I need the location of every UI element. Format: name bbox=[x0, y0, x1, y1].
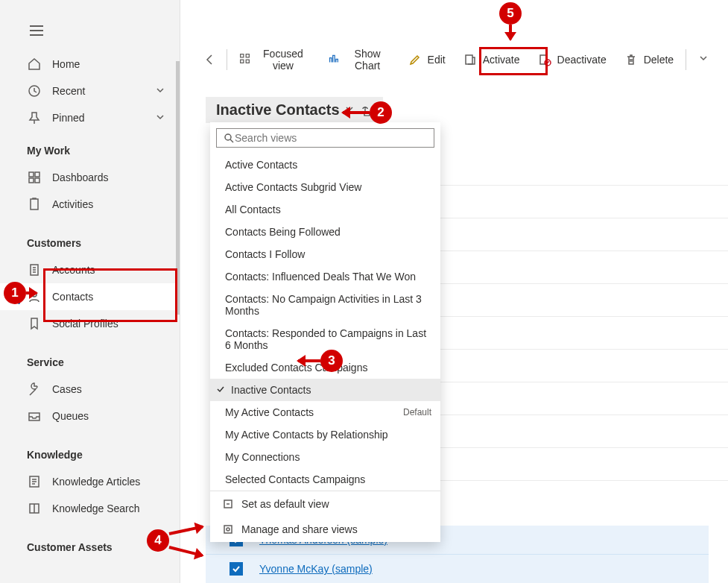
nav-knowledge-search[interactable]: Knowledge Search bbox=[0, 495, 180, 522]
arrow-icon bbox=[343, 111, 370, 114]
nav-label: Home bbox=[52, 58, 80, 70]
cmd-label: Deactivate bbox=[557, 54, 607, 66]
view-option[interactable]: Selected Contacts Campaigns bbox=[210, 468, 440, 491]
article-icon bbox=[27, 474, 42, 489]
svg-rect-12 bbox=[241, 60, 244, 63]
svg-rect-4 bbox=[35, 178, 39, 183]
svg-rect-10 bbox=[241, 54, 244, 57]
svg-rect-3 bbox=[29, 178, 34, 183]
view-title: Inactive Contacts bbox=[216, 101, 340, 119]
view-option[interactable]: Contacts I Follow bbox=[210, 243, 440, 265]
deactivate-button[interactable]: Deactivate bbox=[531, 48, 614, 71]
svg-rect-13 bbox=[246, 60, 249, 63]
nav-label: Dashboards bbox=[52, 171, 109, 183]
callout-1: 1 bbox=[4, 282, 26, 304]
pencil-icon bbox=[408, 53, 422, 66]
nav-home[interactable]: Home bbox=[0, 51, 180, 78]
arrow-icon bbox=[26, 292, 37, 294]
home-icon bbox=[27, 57, 42, 72]
checkbox-checked[interactable] bbox=[230, 562, 243, 576]
contact-link[interactable]: Yvonne McKay (sample) bbox=[259, 563, 373, 575]
callout-3: 3 bbox=[320, 350, 343, 372]
chart-icon bbox=[328, 53, 339, 66]
divider bbox=[686, 49, 686, 70]
arrow-icon bbox=[509, 25, 512, 40]
manage-views[interactable]: Manage and share views bbox=[210, 517, 440, 542]
nav-pinned[interactable]: Pinned bbox=[0, 104, 180, 131]
section-customers: Customers bbox=[0, 218, 180, 256]
nav-dashboards[interactable]: Dashboards bbox=[0, 164, 180, 191]
section-my-work: My Work bbox=[0, 131, 180, 164]
pin-icon bbox=[222, 498, 234, 510]
clock-icon bbox=[27, 83, 42, 98]
view-option[interactable]: My Active ContactsDefault bbox=[210, 401, 440, 423]
nav-accounts[interactable]: Accounts bbox=[0, 256, 180, 283]
svg-rect-19 bbox=[224, 526, 232, 533]
svg-point-17 bbox=[225, 134, 231, 140]
edit-button[interactable]: Edit bbox=[401, 48, 453, 71]
view-dropdown: Active Contacts Active Contacts Subgrid … bbox=[210, 122, 440, 542]
callout-2: 2 bbox=[370, 101, 392, 124]
grid-icon bbox=[239, 53, 250, 66]
focused-view-button[interactable]: Focused view bbox=[232, 43, 317, 76]
svg-rect-2 bbox=[35, 172, 39, 177]
delete-button[interactable]: Delete bbox=[617, 48, 681, 71]
pin-icon bbox=[27, 110, 42, 125]
trash-icon bbox=[624, 53, 638, 66]
hamburger-icon[interactable] bbox=[30, 25, 43, 36]
section-knowledge: Knowledge bbox=[0, 429, 180, 468]
nav-label: Social Profiles bbox=[52, 318, 118, 330]
nav-queues[interactable]: Queues bbox=[0, 403, 180, 429]
table-row[interactable]: Yvonne McKay (sample) bbox=[206, 555, 709, 583]
show-chart-button[interactable]: Show Chart bbox=[320, 43, 398, 76]
set-default-view[interactable]: Set as default view bbox=[210, 491, 440, 517]
default-badge: Default bbox=[403, 407, 431, 417]
nav-activities[interactable]: Activities bbox=[0, 191, 180, 218]
view-option[interactable]: Active Contacts bbox=[210, 154, 440, 176]
view-option[interactable]: My Active Contacts by Relationship bbox=[210, 423, 440, 446]
ghost-lines bbox=[440, 153, 728, 481]
nav-contacts[interactable]: Contacts bbox=[0, 283, 180, 310]
dashboard-icon bbox=[27, 170, 42, 185]
nav-recent[interactable]: Recent bbox=[0, 78, 180, 104]
view-option[interactable]: Active Contacts Subgrid View bbox=[210, 176, 440, 198]
overflow-button[interactable] bbox=[691, 48, 716, 71]
callout-4: 4 bbox=[147, 529, 169, 552]
svg-rect-11 bbox=[246, 54, 249, 57]
view-search-input[interactable] bbox=[235, 132, 428, 144]
nav-label: Activities bbox=[52, 198, 93, 210]
cmd-label: Focused view bbox=[256, 48, 309, 72]
cmd-label: Activate bbox=[483, 54, 520, 66]
arrow-icon bbox=[298, 359, 320, 362]
nav-label: Pinned bbox=[52, 112, 85, 124]
svg-rect-1 bbox=[29, 172, 34, 177]
view-option[interactable]: Contacts: Influenced Deals That We Won bbox=[210, 265, 440, 288]
view-option[interactable]: Contacts: No Campaign Activities in Last… bbox=[210, 288, 440, 322]
nav-label: Contacts bbox=[52, 291, 93, 303]
nav-label: Queues bbox=[52, 410, 89, 422]
nav-social-profiles[interactable]: Social Profiles bbox=[0, 310, 180, 337]
building-icon bbox=[27, 262, 42, 277]
scrollbar[interactable] bbox=[176, 61, 180, 315]
svg-point-20 bbox=[227, 528, 230, 531]
chevron-down-icon bbox=[156, 112, 165, 124]
nav-knowledge-articles[interactable]: Knowledge Articles bbox=[0, 468, 180, 495]
deactivate-icon bbox=[538, 53, 551, 66]
search-icon bbox=[223, 132, 235, 144]
nav-cases[interactable]: Cases bbox=[0, 376, 180, 403]
activate-button[interactable]: Activate bbox=[456, 48, 528, 71]
view-option[interactable]: All Contacts bbox=[210, 198, 440, 221]
nav-label: Knowledge Articles bbox=[52, 476, 140, 488]
view-selector[interactable]: Inactive Contacts bbox=[206, 97, 383, 123]
nav-label: Accounts bbox=[52, 264, 95, 276]
cmd-label: Edit bbox=[428, 54, 446, 66]
view-option[interactable]: My Connections bbox=[210, 446, 440, 468]
view-search[interactable] bbox=[216, 128, 434, 148]
nav-label: Knowledge Search bbox=[52, 502, 140, 514]
svg-rect-14 bbox=[466, 55, 472, 64]
check-icon bbox=[216, 384, 227, 396]
view-option[interactable]: Contacts Being Followed bbox=[210, 221, 440, 243]
back-button[interactable] bbox=[198, 48, 222, 71]
nav-label: Cases bbox=[52, 383, 82, 395]
view-option-selected[interactable]: Inactive Contacts bbox=[210, 379, 440, 401]
